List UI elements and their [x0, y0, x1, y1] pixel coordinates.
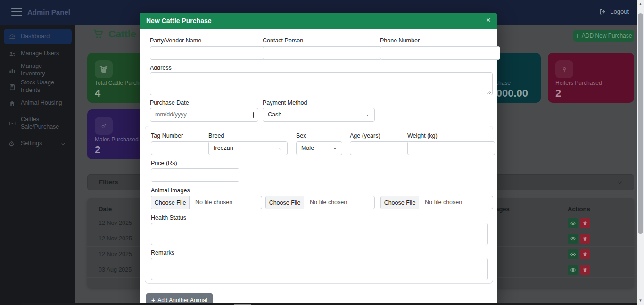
breed-value: freezan: [214, 145, 233, 151]
hamburger-menu-icon[interactable]: [11, 8, 22, 16]
vertical-scrollbar-thumb[interactable]: [638, 13, 643, 234]
remarks-label: Remarks: [151, 249, 174, 256]
sidebar-item-label: Cattles Sale/Purchase: [21, 116, 61, 131]
row-date: 12 Nov 2025: [99, 235, 132, 242]
sidebar-item-label: Dashboard: [21, 33, 50, 41]
phone-number-label: Phone Number: [380, 37, 420, 44]
row-date: 12 Nov 2025: [99, 220, 132, 226]
party-vendor-label: Party/Vendor Name: [150, 37, 201, 44]
health-status-textarea[interactable]: [151, 223, 488, 245]
new-cattle-purchase-modal: New Cattle Purchase × Party/Vendor Name …: [140, 13, 497, 305]
resize-grip[interactable]: [487, 90, 491, 94]
female-icon: ♀: [555, 60, 573, 78]
calendar-icon[interactable]: [248, 112, 254, 118]
logout-button[interactable]: Logout: [599, 8, 629, 15]
choose-file-button[interactable]: Choose File: [151, 196, 190, 209]
contact-person-input[interactable]: [263, 46, 382, 60]
payment-method-label: Payment Method: [263, 99, 307, 106]
horizontal-scrollbar-track: [22, 303, 637, 305]
male-icon: ♂: [95, 117, 113, 135]
remarks-textarea[interactable]: [151, 258, 488, 280]
choose-file-button[interactable]: Choose File: [266, 196, 304, 209]
view-button[interactable]: [568, 234, 578, 244]
sidebar-item-manage-inventory[interactable]: Manage Inventory: [4, 64, 72, 76]
row-date: 12 Nov 2025: [99, 251, 132, 257]
view-button[interactable]: [568, 249, 578, 259]
chevron-down-icon: [365, 113, 370, 117]
sex-value: Male: [301, 145, 314, 151]
payment-method-value: Cash: [268, 111, 281, 118]
chevron-down-icon: [59, 141, 67, 147]
party-vendor-input[interactable]: [150, 46, 266, 60]
add-new-purchase-button[interactable]: + ADD New Purchase: [573, 30, 634, 42]
view-button[interactable]: [568, 265, 578, 275]
cow-icon: [95, 60, 113, 78]
house-icon: [8, 100, 16, 107]
file-status: No file chosen: [425, 199, 462, 206]
modal-title: New Cattle Purchase: [146, 17, 212, 25]
weight-input[interactable]: [407, 141, 495, 155]
users-icon: [8, 50, 16, 58]
payment-method-select[interactable]: Cash: [263, 108, 375, 122]
add-another-animal-label: Add Another Animal: [157, 297, 207, 304]
column-header-actions: Actions: [568, 206, 590, 213]
sidebar-item-label: Manage Users: [21, 50, 59, 58]
purchase-date-input[interactable]: mm/dd/yyyy: [150, 108, 258, 122]
delete-button[interactable]: [580, 249, 590, 259]
sidebar-item-cattles-sale-purchase[interactable]: Cattles Sale/Purchase: [4, 114, 72, 133]
file-input-3[interactable]: Choose File No file chosen: [380, 196, 493, 209]
clipboard-icon: [8, 83, 16, 91]
sidebar-item-label: Settings: [21, 140, 42, 148]
sidebar-item-settings[interactable]: ⚙︎ Settings: [4, 138, 72, 150]
breed-label: Breed: [208, 132, 224, 139]
file-status: No file chosen: [195, 199, 232, 206]
file-input-1[interactable]: Choose File No file chosen: [151, 196, 262, 209]
logout-label: Logout: [610, 8, 629, 15]
row-date: 03 Aug 2025: [99, 266, 132, 273]
sidebar-item-label: Stock Usage Indents: [21, 79, 67, 94]
animal-entry-card: Tag Number Breed freezan Sex Male Age (y…: [145, 126, 493, 284]
app-title: Admin Panel: [27, 8, 70, 16]
gear-icon: ⚙︎: [8, 140, 16, 147]
stat-card-value: 2: [95, 144, 100, 156]
address-textarea[interactable]: [150, 72, 493, 95]
price-label: Price (Rs): [151, 160, 177, 166]
add-new-purchase-label: ADD New Purchase: [582, 33, 632, 39]
close-icon[interactable]: ×: [486, 16, 491, 25]
resize-grip[interactable]: [483, 275, 487, 279]
cart-icon: [92, 29, 104, 39]
sex-select[interactable]: Male: [296, 141, 342, 155]
resize-grip[interactable]: [483, 240, 487, 244]
file-input-2[interactable]: Choose File No file chosen: [265, 196, 375, 209]
chevron-down-icon: [278, 146, 283, 151]
animal-images-label: Animal Images: [151, 187, 190, 194]
breed-select[interactable]: freezan: [208, 141, 288, 155]
scroll-up-arrow[interactable]: ▲: [637, 2, 644, 6]
chevron-down-icon: [332, 146, 338, 151]
sidebar-item-dashboard[interactable]: Dashboard: [4, 29, 72, 44]
gauge-icon: [8, 33, 16, 40]
health-status-label: Health Status: [151, 214, 186, 221]
stat-card-value: 4: [95, 87, 100, 99]
delete-button[interactable]: [580, 234, 590, 244]
bar-chart-icon: [8, 67, 16, 74]
date-placeholder: mm/dd/yyyy: [155, 111, 187, 118]
stat-card-heifers: ♀ Heifers Purchased 2: [548, 53, 634, 103]
price-input[interactable]: [151, 168, 239, 182]
scroll-down-arrow[interactable]: ▼: [637, 298, 644, 303]
delete-button[interactable]: [580, 265, 590, 275]
tag-number-input[interactable]: [151, 141, 211, 155]
age-label: Age (years): [350, 132, 380, 139]
sidebar-item-animal-housing[interactable]: Animal Housing: [4, 97, 72, 109]
column-header-date: Date: [99, 206, 112, 213]
sidebar: Dashboard Manage Users Manage Inventory …: [0, 25, 75, 305]
weight-label: Weight (kg): [407, 132, 438, 139]
sidebar-item-manage-users[interactable]: Manage Users: [4, 48, 72, 60]
sidebar-item-label: Animal Housing: [21, 99, 62, 107]
delete-button[interactable]: [580, 218, 590, 228]
sidebar-item-stock-usage-indents[interactable]: Stock Usage Indents: [4, 81, 72, 93]
view-button[interactable]: [568, 218, 578, 228]
choose-file-button[interactable]: Choose File: [381, 196, 419, 209]
phone-number-input[interactable]: [380, 46, 500, 60]
age-input[interactable]: [350, 141, 410, 155]
